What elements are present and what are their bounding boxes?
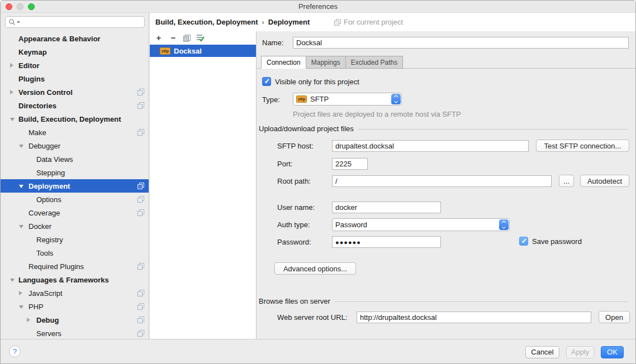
type-value: SFTP [310, 95, 329, 103]
open-url-button[interactable]: Open [599, 311, 630, 323]
project-settings-icon [137, 183, 144, 189]
chevron-down-icon[interactable] [19, 145, 23, 148]
user-name-label: User name: [277, 203, 315, 212]
project-settings-icon [137, 263, 144, 270]
sidebar-item-servers[interactable]: Servers [1, 327, 149, 339]
sidebar-item-required-plugins[interactable]: Required Plugins [1, 260, 149, 273]
project-settings-icon [137, 290, 144, 296]
copy-server-icon[interactable] [183, 35, 191, 42]
project-settings-icon [137, 209, 144, 216]
window-title: Preferences [1, 1, 635, 13]
dropdown-stepper-icon[interactable] [391, 94, 401, 104]
sidebar-item-directories[interactable]: Directories [1, 99, 149, 112]
server-name: Docksal [174, 47, 202, 55]
sftp-file-icon: sftp [160, 47, 170, 55]
name-input[interactable] [293, 37, 629, 49]
upload-section-header: Upload/download project files [259, 124, 628, 133]
chevron-down-icon[interactable] [10, 118, 15, 121]
tab-connection[interactable]: Connection [261, 56, 306, 69]
advanced-options-button[interactable]: Advanced options... [274, 262, 356, 275]
type-dropdown[interactable]: sftp SFTP [293, 93, 402, 106]
chevron-right-icon[interactable] [10, 63, 13, 68]
sidebar-item-data-views[interactable]: Data Views [1, 152, 149, 166]
sidebar-item-docker[interactable]: Docker [1, 219, 149, 233]
add-server-button[interactable]: + [154, 33, 163, 42]
browse-root-path-button[interactable]: ... [559, 175, 574, 187]
search-input[interactable] [5, 16, 145, 28]
chevron-right-icon[interactable] [10, 90, 13, 94]
breadcrumb-separator: › [262, 18, 264, 26]
sidebar-item-languages-frameworks[interactable]: Languages & Frameworks [1, 273, 149, 286]
test-sftp-connection-button[interactable]: Test SFTP connection... [536, 140, 629, 152]
chevron-down-icon[interactable] [19, 305, 23, 309]
save-password-label: Save password [532, 237, 582, 246]
sftp-host-label: SFTP host: [277, 142, 314, 150]
help-button[interactable]: ? [9, 346, 21, 357]
browse-section-title: Browse files on server [259, 297, 330, 305]
sidebar-item-stepping[interactable]: Stepping [1, 166, 149, 179]
chevron-down-icon[interactable] [19, 185, 23, 188]
tab-bar: Connection Mappings Excluded Paths [261, 56, 403, 69]
project-settings-icon [137, 330, 144, 337]
port-input[interactable] [332, 158, 368, 170]
chevron-down-icon[interactable] [10, 279, 15, 282]
search-icon [8, 18, 16, 26]
section-rule [358, 129, 628, 130]
scope-indicator: For current project [334, 13, 403, 31]
project-settings-icon [137, 102, 144, 109]
tab-mappings[interactable]: Mappings [306, 56, 346, 69]
sftp-host-input[interactable] [332, 140, 529, 152]
password-input[interactable] [332, 236, 441, 248]
dialog-footer: ? Cancel Apply OK [1, 339, 635, 363]
name-label: Name: [262, 39, 283, 47]
use-as-default-icon[interactable] [196, 34, 205, 42]
sidebar-item-php[interactable]: PHP [1, 300, 149, 313]
server-list-item-docksal[interactable]: sftp Docksal [150, 45, 256, 57]
search-options-icon[interactable] [17, 21, 20, 23]
server-list-panel: + − sftp Docksal [150, 31, 256, 339]
web-root-input[interactable] [357, 312, 591, 323]
sidebar-item-keymap[interactable]: Keymap [1, 45, 149, 59]
save-password-checkbox[interactable] [519, 237, 528, 246]
settings-sidebar: Appearance & Behavior Keymap Editor Plug… [1, 13, 149, 339]
breadcrumb-parent[interactable]: Build, Execution, Deployment [155, 18, 258, 26]
sidebar-item-javascript[interactable]: JavaScript [1, 286, 149, 300]
visible-only-checkbox[interactable] [262, 77, 271, 86]
chevron-down-icon[interactable] [19, 225, 23, 228]
settings-tree: Appearance & Behavior Keymap Editor Plug… [1, 32, 149, 339]
sidebar-item-deployment[interactable]: Deployment [1, 179, 149, 193]
chevron-right-icon[interactable] [19, 291, 22, 295]
project-settings-icon [137, 129, 144, 136]
sidebar-item-appearance[interactable]: Appearance & Behavior [1, 32, 149, 45]
ok-button[interactable]: OK [601, 346, 624, 358]
chevron-right-icon[interactable] [27, 318, 30, 322]
cancel-button[interactable]: Cancel [525, 346, 559, 358]
dropdown-stepper-icon[interactable] [499, 219, 509, 230]
sidebar-item-registry[interactable]: Registry [1, 233, 149, 246]
breadcrumb: Build, Execution, Deployment › Deploymen… [155, 13, 310, 31]
sidebar-item-build-execution-deployment[interactable]: Build, Execution, Deployment [1, 112, 149, 126]
sidebar-item-debug[interactable]: Debug [1, 313, 149, 327]
root-path-label: Root path: [277, 177, 311, 185]
sidebar-item-debugger[interactable]: Debugger [1, 139, 149, 152]
sidebar-item-make[interactable]: Make [1, 126, 149, 139]
remove-server-button[interactable]: − [169, 33, 178, 42]
list-toolbar: + − [150, 31, 256, 45]
project-settings-icon [137, 89, 144, 95]
web-root-label: Web server root URL: [277, 313, 347, 322]
project-settings-icon [137, 317, 144, 323]
browse-section-header: Browse files on server [259, 297, 628, 305]
sidebar-item-options[interactable]: Options [1, 193, 149, 206]
sidebar-item-version-control[interactable]: Version Control [1, 85, 149, 99]
sidebar-item-editor[interactable]: Editor [1, 59, 149, 72]
user-name-input[interactable] [332, 202, 441, 213]
tab-excluded-paths[interactable]: Excluded Paths [346, 56, 403, 69]
project-settings-icon [137, 303, 144, 310]
auth-type-dropdown[interactable]: Password [332, 218, 510, 231]
root-path-input[interactable] [332, 175, 552, 187]
sidebar-item-tools[interactable]: Tools [1, 246, 149, 260]
sidebar-item-coverage[interactable]: Coverage [1, 206, 149, 219]
sidebar-item-plugins[interactable]: Plugins [1, 72, 149, 85]
autodetect-button[interactable]: Autodetect [580, 175, 629, 187]
password-label: Password: [277, 238, 311, 246]
